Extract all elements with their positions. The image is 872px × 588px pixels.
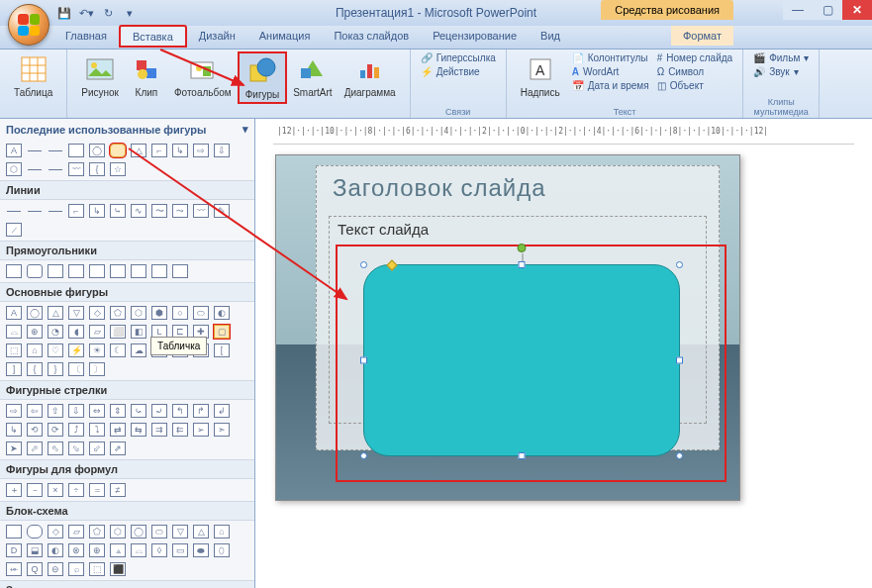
smartart-button[interactable]: SmartArt bbox=[287, 51, 338, 100]
shape-line-3[interactable] bbox=[48, 204, 63, 218]
resize-handle-s[interactable] bbox=[519, 452, 526, 459]
shape-b34[interactable]: ] bbox=[6, 362, 22, 376]
shape-hexagon[interactable]: ⬡ bbox=[6, 162, 22, 176]
shape-f11[interactable]: ⌂ bbox=[214, 525, 230, 539]
headerfooter-button[interactable]: 📄Колонтитулы bbox=[570, 51, 651, 64]
shape-b26[interactable]: ⚡ bbox=[68, 343, 84, 357]
movie-button[interactable]: 🎬Фильм ▾ bbox=[751, 51, 811, 64]
clip-button[interactable]: Клип bbox=[125, 51, 168, 100]
shape-a16[interactable]: ⤵ bbox=[89, 423, 105, 437]
shape-rect[interactable] bbox=[68, 144, 84, 157]
shape-a5[interactable]: ⇔ bbox=[89, 404, 105, 418]
shape-elbow-arrow[interactable]: ↳ bbox=[172, 144, 188, 157]
shape-b7[interactable]: ⬡ bbox=[131, 306, 146, 320]
shape-b17[interactable]: ⬜ bbox=[110, 325, 126, 339]
datetime-button[interactable]: 📅Дата и время bbox=[570, 79, 651, 92]
shape-line-5[interactable]: ↳ bbox=[89, 204, 105, 218]
shape-b23[interactable]: ⬚ bbox=[6, 343, 22, 357]
shape-rect-2[interactable] bbox=[27, 264, 43, 278]
resize-handle-se[interactable] bbox=[676, 452, 683, 459]
tab-design[interactable]: Дизайн bbox=[187, 26, 247, 49]
shape-b11[interactable]: ◐ bbox=[214, 306, 230, 320]
shape-line-12[interactable]: ⟋ bbox=[6, 223, 22, 237]
shape-f4[interactable]: ▱ bbox=[68, 525, 84, 539]
tab-view[interactable]: Вид bbox=[529, 26, 572, 49]
shape-a11[interactable]: ↲ bbox=[214, 404, 230, 418]
shape-f24[interactable]: Q bbox=[27, 562, 43, 576]
wordart-button[interactable]: AWordArt bbox=[570, 65, 651, 78]
shape-a20[interactable]: ⇇ bbox=[172, 423, 188, 437]
shape-b35[interactable]: { bbox=[27, 362, 43, 376]
picture-button[interactable]: Рисунок bbox=[75, 51, 125, 100]
shape-e4[interactable]: ÷ bbox=[68, 483, 84, 497]
shape-a6[interactable]: ⇕ bbox=[110, 404, 126, 418]
shape-b8[interactable]: ⬢ bbox=[151, 306, 167, 320]
shape-f17[interactable]: ⟁ bbox=[110, 543, 126, 557]
tab-review[interactable]: Рецензирование bbox=[421, 26, 529, 49]
shape-e1[interactable]: ＋ bbox=[6, 483, 22, 497]
shape-curve2[interactable] bbox=[48, 162, 63, 176]
resize-handle-ne[interactable] bbox=[676, 261, 683, 268]
shape-b2[interactable]: ◯ bbox=[27, 306, 43, 320]
shape-a28[interactable]: ⇗ bbox=[110, 441, 126, 455]
shape-f16[interactable]: ⊕ bbox=[89, 543, 105, 557]
shape-rect-1[interactable] bbox=[6, 264, 22, 278]
rounded-rectangle-shape[interactable] bbox=[363, 264, 680, 456]
shape-a15[interactable]: ⤴ bbox=[68, 423, 84, 437]
shape-a18[interactable]: ⇆ bbox=[131, 423, 146, 437]
shape-a4[interactable]: ⇩ bbox=[68, 404, 84, 418]
shape-brace[interactable]: { bbox=[89, 162, 105, 176]
sound-button[interactable]: 🔊Звук ▾ bbox=[751, 65, 811, 78]
shape-a24[interactable]: ⬀ bbox=[27, 441, 43, 455]
shape-f28[interactable]: ⬛ bbox=[110, 562, 126, 576]
shape-f23[interactable]: ⬰ bbox=[6, 562, 22, 576]
shape-f26[interactable]: ⌕ bbox=[68, 562, 84, 576]
shape-a22[interactable]: ➣ bbox=[214, 423, 230, 437]
shape-line-6[interactable]: ⤷ bbox=[110, 204, 126, 218]
shape-a27[interactable]: ⬃ bbox=[89, 441, 105, 455]
shape-b9[interactable]: ○ bbox=[172, 306, 188, 320]
shape-line-1[interactable] bbox=[6, 204, 22, 218]
shape-rect-4[interactable] bbox=[68, 264, 84, 278]
shape-rect-5[interactable] bbox=[89, 264, 105, 278]
office-button[interactable] bbox=[8, 4, 49, 46]
shape-b5[interactable]: ◇ bbox=[89, 306, 105, 320]
object-button[interactable]: ◫Объект bbox=[655, 79, 735, 92]
symbol-button[interactable]: ΩСимвол bbox=[655, 65, 735, 78]
panel-chevron-icon[interactable]: ▾ bbox=[242, 123, 248, 136]
shape-b3[interactable]: △ bbox=[48, 306, 63, 320]
shape-e3[interactable]: × bbox=[48, 483, 63, 497]
shape-f25[interactable]: ⊖ bbox=[48, 562, 63, 576]
redo-icon[interactable]: ↻ bbox=[99, 4, 117, 22]
shape-f2[interactable] bbox=[27, 525, 43, 539]
shape-a1[interactable]: ⇨ bbox=[6, 404, 22, 418]
shape-b25[interactable]: ♡ bbox=[48, 343, 63, 357]
shapes-button[interactable]: Фигуры bbox=[238, 51, 287, 104]
maximize-button[interactable]: ▢ bbox=[813, 0, 842, 20]
shape-a14[interactable]: ⟳ bbox=[48, 423, 63, 437]
shape-down-arrow[interactable]: ⇩ bbox=[214, 144, 230, 157]
close-button[interactable]: ✕ bbox=[842, 0, 872, 20]
shape-b6[interactable]: ⬠ bbox=[110, 306, 126, 320]
tab-animation[interactable]: Анимация bbox=[247, 26, 323, 49]
shape-b18[interactable]: ◧ bbox=[131, 325, 146, 339]
tab-slideshow[interactable]: Показ слайдов bbox=[322, 26, 421, 49]
shape-line[interactable] bbox=[27, 144, 43, 157]
drawing-tools-context-tab[interactable]: Средства рисования bbox=[601, 0, 733, 20]
shape-line-7[interactable]: ∿ bbox=[131, 204, 146, 218]
shape-a9[interactable]: ↰ bbox=[172, 404, 188, 418]
shape-f18[interactable]: ⌓ bbox=[131, 543, 146, 557]
shape-right-arrow[interactable]: ⇨ bbox=[193, 144, 209, 157]
chart-button[interactable]: Диаграмма bbox=[339, 51, 402, 100]
shape-line-11[interactable]: ✎ bbox=[214, 204, 230, 218]
shape-f10[interactable]: △ bbox=[193, 525, 209, 539]
shape-b33[interactable]: [ bbox=[214, 343, 230, 357]
shape-f14[interactable]: ◐ bbox=[48, 543, 63, 557]
table-button[interactable]: Таблица bbox=[8, 51, 58, 100]
shape-a17[interactable]: ⇄ bbox=[110, 423, 126, 437]
save-icon[interactable]: 💾 bbox=[55, 4, 73, 22]
shape-f7[interactable]: ◯ bbox=[131, 525, 146, 539]
shape-a26[interactable]: ⬂ bbox=[68, 441, 84, 455]
shape-f3[interactable]: ◇ bbox=[48, 525, 63, 539]
shape-a3[interactable]: ⇧ bbox=[48, 404, 63, 418]
